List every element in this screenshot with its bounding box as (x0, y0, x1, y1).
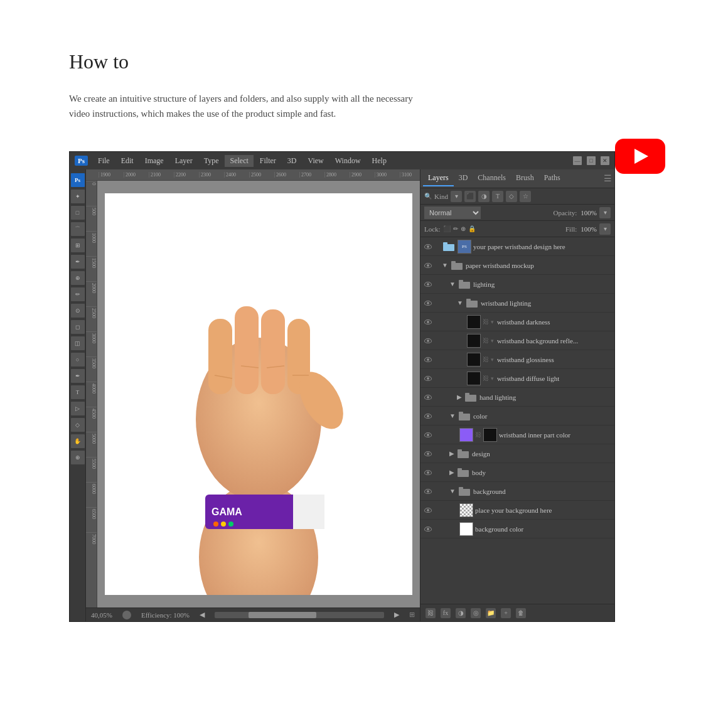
layer-eye-15[interactable] (423, 505, 433, 515)
tool-text[interactable]: T (71, 385, 85, 399)
layer-item[interactable]: background color (420, 520, 614, 538)
tool-crop[interactable]: ⊞ (71, 238, 85, 252)
nav-right[interactable]: ▶ (394, 611, 399, 619)
close-button[interactable]: ✕ (601, 156, 609, 165)
layer-eye-7[interactable] (423, 355, 433, 365)
layer-eye-2[interactable] (423, 260, 433, 270)
tool-select-rect[interactable]: □ (71, 206, 85, 220)
filter-dropdown-btn[interactable]: ▾ (451, 191, 462, 202)
menu-filter[interactable]: Filter (255, 155, 281, 167)
nav-left[interactable]: ◀ (200, 611, 205, 619)
efficiency-label: Efficiency: 100% (141, 611, 190, 619)
adj-icon[interactable]: ◎ (471, 608, 481, 618)
layer-eye-4[interactable] (423, 298, 433, 308)
filter-adj-btn[interactable]: ◑ (478, 191, 490, 202)
tool-pen[interactable]: ✒ (71, 369, 85, 383)
layer-eye-6[interactable] (423, 336, 433, 346)
folder-icon[interactable]: 📁 (486, 608, 496, 618)
ruler-3100: 3100 (400, 172, 420, 178)
layer-eye-1[interactable] (423, 242, 433, 252)
tool-heal[interactable]: ⊕ (71, 271, 85, 285)
youtube-button[interactable] (615, 139, 665, 174)
panel-menu-icon[interactable]: ☰ (604, 173, 612, 184)
layer-item[interactable]: ▼ color (420, 407, 614, 426)
lock-label: Lock: (424, 225, 441, 233)
tool-hand[interactable]: ✋ (71, 434, 85, 448)
layer-item[interactable]: ▼ wristband lighting (420, 294, 614, 313)
layer-eye-8[interactable] (423, 373, 433, 383)
layer-item[interactable]: ▼ background (420, 482, 614, 501)
tab-paths[interactable]: Paths (539, 171, 565, 186)
new-layer-icon[interactable]: + (501, 608, 511, 618)
maximize-button[interactable]: □ (587, 156, 596, 165)
lock-pixels-icon[interactable]: ⬛ (443, 225, 451, 232)
tab-channels[interactable]: Channels (473, 171, 511, 186)
tool-move[interactable]: ✦ (71, 190, 85, 203)
mask-icon[interactable]: ◑ (456, 608, 466, 618)
layer-eye-13[interactable] (423, 468, 433, 478)
lock-move-icon[interactable]: ⊕ (461, 225, 466, 232)
menu-view[interactable]: View (302, 155, 328, 167)
tab-3d[interactable]: 3D (454, 171, 473, 186)
layer-eye-16[interactable] (423, 524, 433, 534)
layer-eye-12[interactable] (423, 449, 433, 459)
layer-name-9: hand lighting (479, 393, 612, 401)
tool-lasso[interactable]: ⌒ (71, 222, 85, 236)
layer-item[interactable]: place your background here (420, 501, 614, 520)
layer-eye-5[interactable] (423, 317, 433, 327)
layer-eye-14[interactable] (423, 486, 433, 496)
layer-eye-11[interactable] (423, 430, 433, 440)
menu-type[interactable]: Type (199, 155, 224, 167)
delete-icon[interactable]: 🗑 (516, 608, 526, 618)
menu-help[interactable]: Help (367, 155, 392, 167)
filter-smart-btn[interactable]: ☆ (520, 191, 531, 202)
filter-text-btn[interactable]: T (492, 191, 503, 202)
tool-clone[interactable]: ⊙ (71, 304, 85, 318)
blend-mode-dropdown[interactable]: Normal (424, 206, 481, 219)
layer-eye-9[interactable] (423, 392, 433, 402)
lock-all-icon[interactable]: 🔒 (468, 225, 476, 232)
layer-item[interactable]: ▼ lighting (420, 275, 614, 294)
fx-icon[interactable]: fx (441, 608, 451, 618)
layer-item[interactable]: ▼ paper wristband mockup (420, 256, 614, 275)
link-icon[interactable]: ⛓ (426, 608, 436, 618)
tool-shape[interactable]: ◇ (71, 418, 85, 432)
menu-layer[interactable]: Layer (170, 155, 198, 167)
tool-gradient[interactable]: ◫ (71, 336, 85, 350)
layer-eye-3[interactable] (423, 279, 433, 289)
tool-zoom[interactable]: ⊕ (71, 451, 85, 464)
menu-image[interactable]: Image (140, 155, 169, 167)
menu-file[interactable]: File (93, 155, 115, 167)
layer-item[interactable]: ▶ body (420, 463, 614, 482)
layer-item[interactable]: ▶ hand lighting (420, 388, 614, 407)
layer-item[interactable]: ⛓ ▾ wristband darkness (420, 313, 614, 331)
opacity-dropdown-btn[interactable]: ▾ (599, 207, 611, 218)
tab-layers[interactable]: Layers (423, 171, 454, 186)
tool-dodge[interactable]: ○ (71, 353, 85, 367)
layer-item[interactable]: ▶ design (420, 444, 614, 463)
layer-name-11: wristband inner part color (499, 431, 612, 439)
layer-item[interactable]: ⛓ ▾ wristband glossiness (420, 350, 614, 369)
menu-3d[interactable]: 3D (282, 155, 302, 167)
layer-item[interactable]: PS your paper wristband design here (420, 237, 614, 256)
lock-position-icon[interactable]: ✏ (453, 225, 458, 232)
minimize-button[interactable]: — (573, 156, 582, 165)
menu-select[interactable]: Select (225, 155, 253, 167)
filter-shape-btn[interactable]: ◇ (506, 191, 517, 202)
menu-window[interactable]: Window (330, 155, 366, 167)
tool-eraser[interactable]: ◻ (71, 320, 85, 334)
tool-path[interactable]: ▷ (71, 402, 85, 415)
tool-brush[interactable]: ✏ (71, 287, 85, 301)
canvas-scrollbar[interactable] (215, 612, 384, 618)
filter-pixel-btn[interactable]: ⬛ (464, 191, 476, 202)
tool-eyedropper[interactable]: ✒ (71, 255, 85, 269)
layer-eye-10[interactable] (423, 411, 433, 421)
layer-item[interactable]: ⛓ ▾ wristband diffuse light (420, 369, 614, 388)
fill-dropdown-btn[interactable]: ▾ (599, 223, 611, 235)
layer-item[interactable]: ⛓ wristband inner part color (420, 426, 614, 444)
layer-item[interactable]: ⛓ ▾ wristband background refle... (420, 331, 614, 350)
ps-canvas-body: 0 500 1000 1500 2000 2500 3000 3500 4000… (86, 181, 420, 608)
tab-brush[interactable]: Brush (511, 171, 539, 186)
ps-layers-list[interactable]: PS your paper wristband design here ▼ pa… (420, 237, 614, 604)
menu-edit[interactable]: Edit (116, 155, 139, 167)
